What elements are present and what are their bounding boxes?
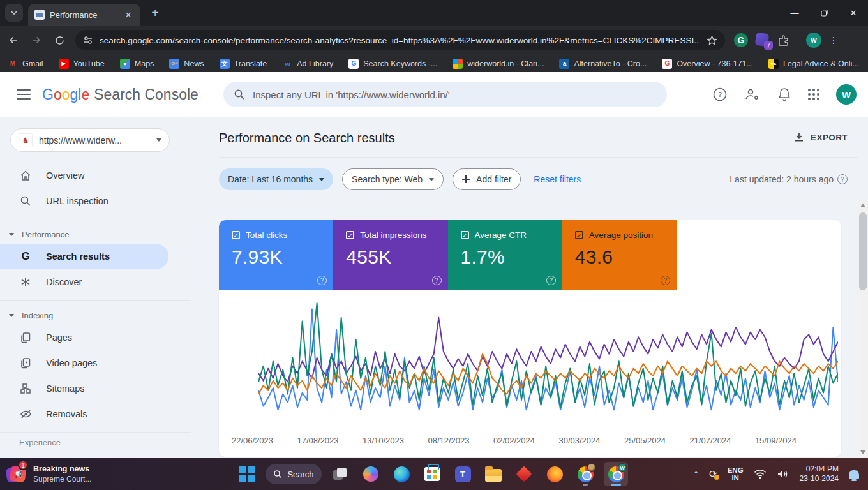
browser-profile-avatar[interactable]: w [806,33,821,48]
bookmark-youtube[interactable]: ▶YouTube [59,59,105,69]
metric-card-total-clicks[interactable]: ✓Total clicks 7.93K ? [219,220,333,290]
checkbox-checked-icon[interactable]: ✓ [232,231,240,239]
performance-chart[interactable] [258,297,838,427]
help-icon[interactable]: ? [317,276,327,285]
bookmark-star-icon[interactable] [707,35,717,46]
sidebar-divider [0,300,191,301]
hamburger-menu-icon[interactable] [17,89,31,100]
sidebar-item-discover[interactable]: Discover [0,269,191,295]
google-apps-grid-icon[interactable] [808,89,819,100]
chrome-active-icon[interactable]: W [604,462,628,486]
bookmark-gmail[interactable]: MGmail [8,59,43,69]
help-icon[interactable]: ? [837,174,848,184]
vs-icon: vs [768,59,779,69]
browser-tab-strip: Performance ✕ + — ✕ [0,0,868,26]
sidebar-item-url-inspection[interactable]: URL inspection [0,188,191,214]
tab-search-chevron-icon[interactable] [5,4,23,22]
firefox-icon[interactable] [542,462,567,486]
gsc-logo[interactable]: Google Search Console [42,86,198,103]
chrome-profile-icon[interactable] [573,462,597,486]
maximize-button[interactable] [809,0,839,26]
microsoft-squares-icon [453,59,463,69]
grammarly-icon[interactable]: G [734,33,748,47]
bookmark-legal-advice[interactable]: vsLegal Advice & Onli... [768,59,859,69]
bookmark-search-keywords[interactable]: GSearch Keywords -... [348,59,437,69]
url-bar[interactable]: search.google.com/search-console/perform… [75,30,725,50]
browser-menu-icon[interactable]: ⋮ [829,39,838,42]
news-widget[interactable]: 📢 1 Breaking news Supreme Court... [6,464,153,484]
copilot-icon[interactable] [359,462,383,486]
clock[interactable]: 02:04 PM23-10-2024 [800,464,839,484]
tray-expand-icon[interactable]: ⌃ [693,470,699,479]
notifications-icon[interactable] [849,470,859,479]
sidebar-item-removals[interactable]: Removals [0,401,191,427]
scroll-down-icon[interactable] [860,450,865,454]
help-icon[interactable]: ? [432,276,442,285]
bookmark-maps[interactable]: ●Maps [120,59,154,69]
sidebar-section-experience[interactable]: Experience [0,438,191,447]
microsoft-store-icon[interactable] [420,462,444,486]
checkbox-checked-icon[interactable]: ✓ [346,231,354,239]
edge-icon[interactable] [389,462,414,486]
export-button[interactable]: EXPORT [794,132,848,142]
url-text[interactable]: search.google.com/search-console/perform… [100,36,700,45]
scrollbar-thumb[interactable] [859,212,867,290]
property-selector[interactable]: ♞ https://www.widerw... [10,128,170,152]
search-console-favicon [34,10,45,20]
sidebar-item-pages[interactable]: Pages [0,325,191,350]
bookmark-overview[interactable]: GOverview - 736-171... [662,59,753,69]
close-button[interactable]: ✕ [839,0,868,26]
metric-card-average-ctr[interactable]: ✓Average CTR 1.7% ? [448,220,562,290]
last-updated-status: Last updated: 2 hours ago ? [730,174,848,184]
volume-icon[interactable] [777,469,789,479]
sidebar-section-indexing[interactable]: Indexing [0,306,191,325]
gsc-account-avatar[interactable]: W [836,84,857,105]
bookmark-alternativeto[interactable]: aAlternativeTo - Cro... [559,59,647,69]
taskbar-search[interactable]: Search [266,464,322,484]
file-explorer-icon[interactable] [481,462,505,486]
back-icon[interactable] [4,31,23,50]
new-tab-button[interactable]: + [147,6,163,20]
language-indicator[interactable]: ENGIN [728,466,744,482]
sidebar-item-search-results[interactable]: G Search results [0,244,168,269]
sync-icon[interactable]: ⟳ [709,468,717,480]
page-scrollbar[interactable] [858,200,868,458]
user-settings-icon[interactable] [744,87,761,102]
add-filter-chip[interactable]: Add filter [453,168,521,190]
wifi-icon[interactable] [754,469,767,479]
red-diamond-app-icon[interactable] [512,462,536,486]
extension-with-badge[interactable]: 7 [756,33,770,47]
notifications-bell-icon[interactable] [777,87,791,102]
help-icon[interactable]: ? [661,276,670,285]
checkbox-checked-icon[interactable]: ✓ [461,231,469,239]
bookmark-translate[interactable]: 文Translate [220,59,267,69]
metric-card-total-impressions[interactable]: ✓Total impressions 455K ? [333,220,447,290]
sidebar-section-performance[interactable]: Performance [0,225,191,244]
checkbox-checked-icon[interactable]: ✓ [575,231,583,239]
sidebar-item-sitemaps[interactable]: Sitemaps [0,376,191,401]
minimize-button[interactable]: — [780,0,809,26]
start-button[interactable] [235,462,259,486]
task-view-icon[interactable] [328,462,352,486]
reload-icon[interactable] [50,31,69,50]
date-filter-chip[interactable]: Date: Last 16 months [219,168,333,190]
teams-icon[interactable]: T [451,462,475,486]
metric-card-average-position[interactable]: ✓Average position 43.6 ? [562,220,677,290]
sidebar-item-video-pages[interactable]: Video pages [0,350,191,376]
bookmark-news[interactable]: G≡News [169,59,204,69]
forward-icon[interactable] [27,31,46,50]
url-inspect-search-box[interactable]: Inspect any URL in 'https://www.widerwor… [223,82,667,107]
scroll-up-icon[interactable] [860,204,865,207]
bookmark-widerworld[interactable]: widerworld.in - Clari... [453,59,544,69]
tab-close-icon[interactable]: ✕ [123,9,134,20]
bookmark-ad-library[interactable]: ∞Ad Library [282,59,333,69]
site-settings-icon[interactable] [83,35,93,45]
help-icon[interactable]: ? [712,87,728,102]
help-icon[interactable]: ? [546,276,556,285]
home-icon [19,169,32,182]
browser-tab[interactable]: Performance ✕ [28,4,140,26]
search-type-filter-chip[interactable]: Search type: Web [342,168,444,190]
sidebar-item-overview[interactable]: Overview [0,163,191,188]
extensions-icon[interactable] [777,34,790,47]
reset-filters-link[interactable]: Reset filters [534,174,581,184]
